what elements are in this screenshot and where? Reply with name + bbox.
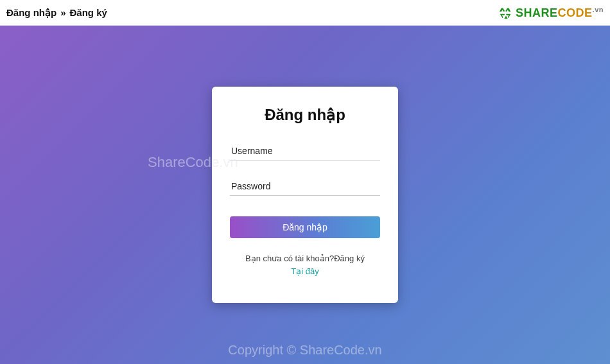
username-field-wrap xyxy=(230,142,380,160)
username-input[interactable] xyxy=(230,142,380,160)
nav-login-link[interactable]: Đăng nhập xyxy=(6,7,57,19)
signup-prompt-wrap: Bạn chưa có tài khoản?Đăng ký Tại đây xyxy=(230,252,380,277)
site-logo[interactable]: SHARECODE.vn xyxy=(499,6,604,20)
logo-text: SHARECODE.vn xyxy=(516,6,604,20)
nav-register-link[interactable]: Đăng ký xyxy=(70,7,107,18)
login-title: Đăng nhập xyxy=(230,106,380,124)
password-field-wrap xyxy=(230,177,380,196)
login-card: Đăng nhập Đăng nhập Bạn chưa có tài khoả… xyxy=(212,87,398,303)
password-input[interactable] xyxy=(230,177,380,196)
nav-left: Đăng nhập » Đăng ký xyxy=(6,7,107,19)
recycle-icon xyxy=(499,6,513,20)
top-navbar: Đăng nhập » Đăng ký SHARECODE.vn xyxy=(0,0,610,26)
signup-prompt-text: Bạn chưa có tài khoản?Đăng ký xyxy=(245,254,365,263)
nav-separator-icon: » xyxy=(60,7,65,18)
copyright-watermark: Copyright © ShareCode.vn xyxy=(228,343,381,358)
signup-here-link[interactable]: Tại đây xyxy=(230,265,380,278)
main-background: ShareCode.vn Đăng nhập Đăng nhập Bạn chư… xyxy=(0,26,610,364)
login-button[interactable]: Đăng nhập xyxy=(230,216,380,238)
